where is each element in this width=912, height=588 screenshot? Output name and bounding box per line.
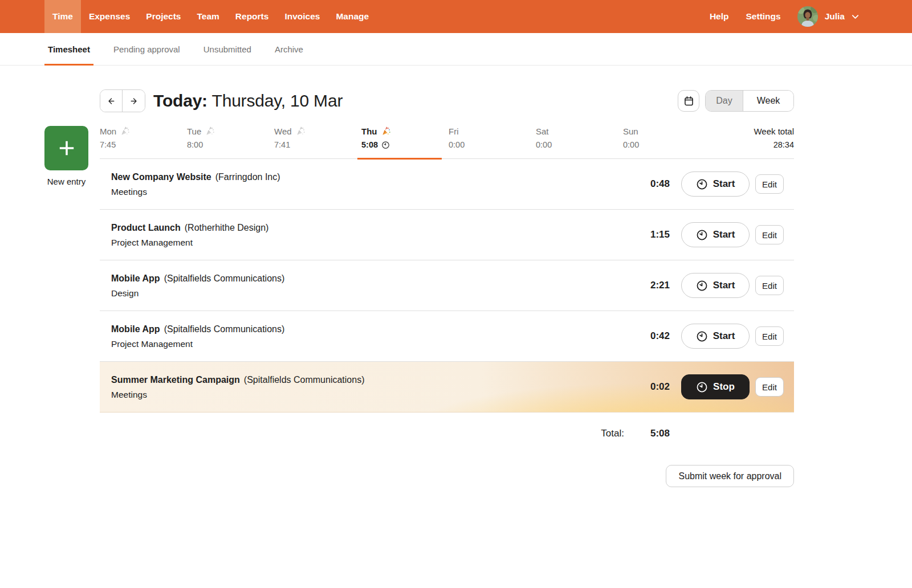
- edit-entry-button[interactable]: Edit: [755, 326, 784, 346]
- day-total-time: 7:45: [100, 140, 187, 150]
- start-timer-button[interactable]: Start: [681, 324, 750, 349]
- timesheet-content: New entry Mon7:45Tue8:00Wed7:41Thu5:08Fr…: [44, 126, 794, 487]
- entry-client: (Spitalfields Communications): [164, 324, 285, 334]
- day-view-button[interactable]: Day: [706, 91, 743, 111]
- day-column-mon[interactable]: Mon7:45: [100, 126, 187, 150]
- nav-item-invoices[interactable]: Invoices: [276, 0, 328, 33]
- day-total-time: 5:08: [361, 140, 449, 150]
- submit-week-button[interactable]: Submit week for approval: [666, 465, 794, 487]
- nav-item-manage[interactable]: Manage: [328, 0, 377, 33]
- entry-time: 0:42: [636, 330, 670, 342]
- clock-icon: [696, 178, 708, 190]
- entry-info: Mobile App(Spitalfields Communications) …: [111, 273, 636, 299]
- nav-item-projects[interactable]: Projects: [138, 0, 189, 33]
- clock-icon: [696, 229, 708, 241]
- day-name: Tue: [187, 126, 274, 137]
- clock-icon: [381, 141, 390, 149]
- chevron-down-icon: [851, 13, 860, 21]
- user-menu[interactable]: Julia: [825, 11, 860, 22]
- day-week-toggle: Day Week: [705, 90, 794, 112]
- avatar-photo: [797, 6, 818, 27]
- tab-unsubmitted[interactable]: Unsubmitted: [200, 33, 255, 65]
- entry-task: Meetings: [111, 186, 636, 197]
- day-total-time: 8:00: [187, 140, 274, 150]
- timer-button-label: Stop: [713, 381, 735, 393]
- edit-entry-button[interactable]: Edit: [755, 276, 784, 295]
- start-timer-button[interactable]: Start: [681, 222, 750, 247]
- timesheet-row: Product Launch(Rotherhithe Design) Proje…: [100, 210, 794, 260]
- party-popper-icon: [120, 126, 130, 136]
- day-name: Wed: [274, 126, 361, 137]
- day-name: Sat: [536, 126, 623, 137]
- party-popper-icon: [381, 126, 391, 136]
- day-column-sat[interactable]: Sat0:00: [536, 126, 623, 150]
- day-column-wed[interactable]: Wed7:41: [274, 126, 361, 150]
- previous-day-button[interactable]: [100, 90, 123, 112]
- top-nav: TimeExpensesProjectsTeamReportsInvoicesM…: [0, 0, 912, 33]
- day-column-tue[interactable]: Tue8:00: [187, 126, 274, 150]
- primary-nav: TimeExpensesProjectsTeamReportsInvoicesM…: [44, 0, 377, 33]
- entry-info: New Company Website(Farringdon Inc) Meet…: [111, 172, 636, 197]
- entry-project: New Company Website: [111, 172, 211, 182]
- timesheet-row: Summer Marketing Campaign(Spitalfields C…: [100, 362, 794, 413]
- today-label: Today:: [153, 91, 207, 110]
- clock-icon: [696, 381, 708, 393]
- plus-icon: [55, 137, 78, 160]
- entry-task: Project Management: [111, 237, 636, 248]
- avatar[interactable]: [797, 6, 818, 27]
- day-name: Mon: [100, 126, 187, 137]
- timesheet-row: Mobile App(Spitalfields Communications) …: [100, 260, 794, 311]
- week-total-value: 28:34: [710, 140, 794, 150]
- date-header: Today: Thursday, 10 Mar Day Week: [100, 88, 794, 113]
- edit-entry-button[interactable]: Edit: [755, 174, 784, 194]
- edit-entry-button[interactable]: Edit: [755, 225, 784, 244]
- stop-timer-button[interactable]: Stop: [681, 374, 750, 399]
- nav-item-team[interactable]: Team: [189, 0, 227, 33]
- help-link[interactable]: Help: [701, 11, 738, 22]
- entry-client: (Spitalfields Communications): [244, 375, 365, 385]
- clock-icon: [696, 330, 708, 342]
- week-view-button[interactable]: Week: [743, 91, 793, 111]
- entry-project: Summer Marketing Campaign: [111, 375, 240, 385]
- timer-button-label: Start: [713, 330, 735, 342]
- nav-item-time[interactable]: Time: [44, 0, 81, 33]
- day-name: Thu: [361, 126, 449, 137]
- main-content: Today: Thursday, 10 Mar Day Week New ent…: [0, 88, 912, 487]
- day-total-time: 7:41: [274, 140, 361, 150]
- calendar-button[interactable]: [678, 90, 699, 112]
- start-timer-button[interactable]: Start: [681, 172, 750, 197]
- view-controls: Day Week: [678, 90, 794, 112]
- new-entry-label: New entry: [44, 177, 88, 186]
- nav-item-reports[interactable]: Reports: [227, 0, 277, 33]
- tab-archive[interactable]: Archive: [271, 33, 307, 65]
- left-rail: New entry: [44, 126, 100, 487]
- day-column-thu[interactable]: Thu5:08: [361, 126, 449, 150]
- day-total-time: 0:00: [623, 140, 710, 150]
- entry-time: 1:15: [636, 229, 670, 240]
- day-total-time: 0:00: [449, 140, 536, 150]
- party-popper-icon: [205, 126, 215, 136]
- timer-button-label: Start: [713, 178, 735, 190]
- entry-info: Mobile App(Spitalfields Communications) …: [111, 324, 636, 349]
- user-name: Julia: [825, 11, 845, 22]
- timesheet-row: Mobile App(Spitalfields Communications) …: [100, 311, 794, 362]
- page-title: Today: Thursday, 10 Mar: [153, 91, 343, 111]
- nav-item-expenses[interactable]: Expenses: [81, 0, 138, 33]
- entry-task: Design: [111, 288, 636, 299]
- entry-client: (Rotherhithe Design): [185, 223, 269, 232]
- edit-entry-button[interactable]: Edit: [755, 377, 784, 397]
- entry-time: 0:48: [636, 178, 670, 190]
- start-timer-button[interactable]: Start: [681, 273, 750, 298]
- tab-timesheet[interactable]: Timesheet: [44, 33, 93, 65]
- next-day-button[interactable]: [123, 90, 145, 112]
- tab-pending-approval[interactable]: Pending approval: [110, 33, 184, 65]
- day-name: Sun: [623, 126, 710, 137]
- new-entry-button[interactable]: [44, 126, 88, 170]
- timer-button-label: Start: [713, 229, 735, 240]
- secondary-nav: TimesheetPending approvalUnsubmittedArch…: [0, 33, 912, 66]
- settings-link[interactable]: Settings: [738, 11, 789, 22]
- total-value: 5:08: [636, 428, 670, 439]
- day-column-fri[interactable]: Fri0:00: [449, 126, 536, 150]
- day-column-sun[interactable]: Sun0:00: [623, 126, 710, 150]
- day-total: Total: 5:08: [100, 413, 794, 439]
